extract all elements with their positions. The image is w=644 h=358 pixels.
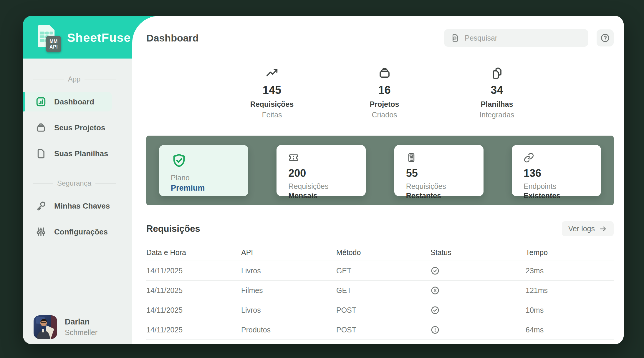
stat-value: 145 — [263, 84, 281, 96]
stat-value: 16 — [378, 84, 390, 96]
help-circle-icon — [600, 33, 610, 43]
cell-status — [431, 266, 526, 275]
divider-line — [33, 79, 64, 79]
card-label: Endpoints — [524, 182, 601, 191]
app-logo: MM API SheetFuse — [37, 24, 131, 51]
main-content: Dashboard — [132, 16, 624, 344]
stat-projetos-criados: 16 Projetos Criados — [361, 66, 408, 119]
table-row: 14/11/2025 Livros POST 10ms — [146, 300, 614, 320]
divider-line — [33, 183, 53, 184]
file-icon — [35, 148, 47, 159]
user-last-name: Schmeller — [65, 328, 97, 337]
table-header-row: Data e Hora API Método Status Tempo — [146, 244, 614, 261]
card-value: 200 — [288, 167, 366, 179]
sidebar-item-label: Minhas Chaves — [54, 202, 110, 211]
sidebar-item-configuracoes[interactable]: Configurações — [23, 222, 112, 242]
sidebar-section-seguranca: Segurança — [33, 179, 116, 187]
arrow-right-icon — [599, 225, 607, 233]
stat-label: Requisições — [250, 100, 294, 109]
card-value: 55 — [406, 167, 484, 179]
copy-pages-icon — [490, 66, 504, 80]
cell-api: Produtos — [241, 326, 336, 334]
table-row: 14/11/2025 Filmes GET 121ms — [146, 281, 614, 300]
card-label: Requisições — [406, 182, 484, 191]
card-requisicoes-mensais: 200 Requisições Mensais — [277, 145, 366, 196]
cell-date: 14/11/2025 — [146, 286, 241, 295]
sidebar: App Dashboard Seus Projetos — [23, 59, 132, 344]
cell-method: GET — [336, 267, 431, 275]
divider-line — [85, 79, 116, 79]
cell-method: POST — [336, 306, 431, 314]
search-input[interactable] — [465, 34, 582, 42]
stat-sublabel: Criados — [372, 111, 397, 119]
view-logs-button[interactable]: Ver logs — [562, 221, 614, 236]
plan-label: Plano — [171, 174, 248, 182]
link-icon — [524, 152, 534, 163]
badge-line-1: MM — [49, 39, 58, 44]
sidebar-item-dashboard[interactable]: Dashboard — [23, 92, 112, 111]
help-button[interactable] — [597, 29, 614, 46]
cell-status — [431, 306, 526, 315]
cell-date: 14/11/2025 — [146, 267, 241, 275]
calculator-icon — [406, 152, 417, 163]
cell-api: Filmes — [241, 286, 336, 295]
toolbox-icon — [378, 66, 391, 80]
cell-api: Livros — [241, 267, 336, 275]
desktop-background: MM API SheetFuse App Da — [0, 0, 644, 358]
stat-requisicoes-feitas: 145 Requisições Feitas — [249, 66, 296, 119]
cell-time: 121ms — [526, 286, 614, 295]
sliders-icon — [35, 226, 47, 237]
sidebar-item-label: Suas Planilhas — [54, 149, 108, 158]
cell-date: 14/11/2025 — [146, 306, 241, 314]
sidebar-item-label: Dashboard — [54, 97, 94, 106]
status-success-icon — [431, 306, 440, 315]
cell-method: GET — [336, 286, 431, 295]
stat-planilhas-integradas: 34 Planilhas Integradas — [474, 66, 521, 119]
cell-status — [431, 325, 526, 334]
badge-line-2: API — [49, 44, 58, 50]
cell-date: 14/11/2025 — [146, 326, 241, 334]
stat-sublabel: Feitas — [262, 111, 282, 119]
search-bar[interactable] — [444, 29, 588, 47]
divider-line — [95, 183, 116, 184]
document-search-icon — [451, 33, 460, 43]
card-sublabel: Existentes — [524, 192, 601, 200]
requests-header: Requisições Ver logs — [146, 221, 614, 236]
ticket-icon — [288, 152, 299, 163]
column-header-time: Tempo — [526, 248, 614, 257]
card-value: 136 — [524, 167, 601, 179]
page-title: Dashboard — [146, 32, 199, 44]
cell-method: POST — [336, 326, 431, 334]
cell-time: 64ms — [526, 326, 614, 334]
cell-status — [431, 286, 526, 295]
main-header: Dashboard — [146, 29, 614, 47]
sidebar-item-seus-projetos[interactable]: Seus Projetos — [23, 118, 112, 137]
plan-card: Plano Premium — [159, 145, 248, 196]
sidebar-item-suas-planilhas[interactable]: Suas Planilhas — [23, 144, 112, 163]
table-row: 14/11/2025 Produtos POST 64ms — [146, 320, 614, 340]
bar-chart-icon — [35, 96, 47, 107]
avatar — [34, 315, 57, 339]
user-first-name: Darlan — [65, 317, 97, 327]
plan-value: Premium — [171, 184, 248, 193]
card-label: Requisições — [288, 182, 366, 191]
status-error-icon — [431, 286, 440, 295]
status-warning-icon — [431, 325, 440, 334]
user-profile[interactable]: Darlan Schmeller — [34, 315, 97, 339]
column-header-method: Método — [336, 248, 431, 257]
requests-title: Requisições — [146, 224, 200, 234]
table-row: 14/11/2025 Livros GET 23ms — [146, 261, 614, 281]
view-logs-label: Ver logs — [568, 224, 595, 233]
stat-value: 34 — [491, 84, 503, 96]
section-label-seguranca: Segurança — [57, 179, 91, 187]
stat-label: Projetos — [370, 100, 399, 109]
trending-up-icon — [265, 66, 279, 80]
sidebar-item-minhas-chaves[interactable]: Minhas Chaves — [23, 196, 112, 216]
sidebar-item-label: Seus Projetos — [54, 123, 105, 132]
status-success-icon — [431, 266, 440, 275]
section-label-app: App — [68, 75, 81, 83]
stats-row: 145 Requisições Feitas 16 Projetos Criad… — [146, 66, 614, 119]
column-header-date: Data e Hora — [146, 248, 241, 257]
cell-time: 10ms — [526, 306, 614, 314]
card-endpoints-existentes: 136 Endpoints Existentes — [512, 145, 601, 196]
